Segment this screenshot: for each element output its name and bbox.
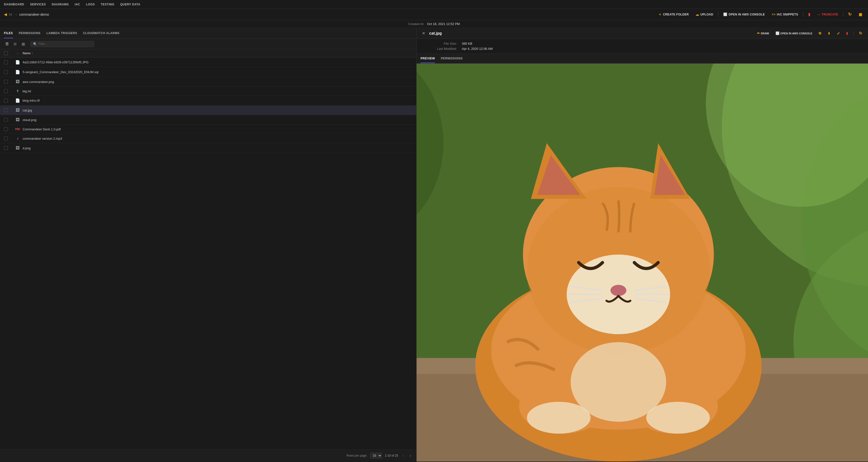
select-all-checkbox[interactable]: [4, 51, 13, 55]
list-icon: ▦: [859, 12, 862, 17]
table-header: ↑ Name ↑: [0, 49, 416, 57]
header-checkbox[interactable]: [4, 51, 8, 55]
open-aws-detail-button[interactable]: ⬜ OPEN IN AWS CONSOLE: [774, 30, 814, 36]
refresh-detail-icon: ↻: [859, 31, 862, 36]
last-modified-label: Last Modified:: [423, 47, 457, 51]
next-page-button[interactable]: ›: [408, 453, 412, 458]
file-size-label: File Size:: [423, 42, 457, 46]
share-icon: ⤢: [837, 31, 840, 35]
delete-detail-button[interactable]: ▮: [844, 30, 850, 36]
row-checkbox[interactable]: [4, 137, 8, 140]
create-folder-button[interactable]: ＋ CREATE FOLDER: [656, 11, 691, 18]
back-button[interactable]: ◀: [4, 12, 7, 17]
rows-per-page-select[interactable]: 10 5 25 50: [370, 453, 382, 459]
tab-permissions[interactable]: PERMISSIONS: [19, 28, 41, 38]
list-view-toggle[interactable]: ☰: [4, 41, 10, 47]
table-row[interactable]: 🖼 cat.jpg: [0, 106, 416, 115]
row-checkbox[interactable]: [4, 70, 8, 74]
created-at-bar: Created At: Oct 18, 2021 12:52 PM: [0, 20, 868, 28]
breadcrumb-bar: ◀ S3 → commandeer-demo ＋ CREATE FOLDER ☁…: [0, 9, 868, 20]
file-name: d.png: [23, 146, 412, 150]
table-row[interactable]: 🖼 d.png: [0, 143, 416, 153]
row-checkbox[interactable]: [4, 99, 8, 103]
file-name: 5-sergeant_Commandeer_Dev_03242020_ENUM.…: [23, 70, 412, 74]
file-type-icon: T: [13, 89, 23, 93]
tab-cloudwatch-alarms[interactable]: CLOUDWATCH ALARMS: [83, 28, 119, 38]
table-row[interactable]: 🖼 aws-commandeer.png: [0, 77, 416, 87]
tab-lambda-triggers[interactable]: LAMBDA TRIGGERS: [46, 28, 77, 38]
file-type-icon: 🖼: [13, 80, 23, 84]
table-row[interactable]: 🖼 cloud.png: [0, 115, 416, 125]
pagination: Rows per page: 10 5 25 50 1-10 of 25 ‹ ›: [0, 450, 416, 462]
grid-view-toggle[interactable]: ⊞: [12, 41, 18, 47]
file-size-value: 380 KB: [462, 42, 472, 46]
nav-logs[interactable]: LOGS: [86, 3, 95, 6]
row-checkbox[interactable]: [4, 127, 8, 131]
refresh-detail-button[interactable]: ↻: [857, 30, 864, 36]
truncate-dash-icon: —: [817, 13, 820, 16]
nav-services[interactable]: SERVICES: [30, 3, 46, 6]
truncate-button[interactable]: — TRUNCATE: [815, 12, 840, 17]
prev-page-button[interactable]: ‹: [401, 453, 405, 458]
tab-files[interactable]: FILES: [4, 28, 13, 38]
row-checkbox[interactable]: [4, 108, 8, 112]
left-tabs: FILES PERMISSIONS LAMBDA TRIGGERS CLOUDW…: [0, 28, 416, 39]
share-button[interactable]: ⤢: [835, 30, 842, 36]
delete-button[interactable]: ▮: [806, 11, 812, 18]
nav-iac[interactable]: IAC: [74, 3, 80, 6]
list-view-button[interactable]: ▦: [857, 11, 864, 18]
iac-icon: <>: [772, 12, 776, 16]
row-checkbox[interactable]: [4, 118, 8, 122]
file-size-row: File Size: 380 KB: [423, 42, 862, 46]
right-panel: ✕ cat.jpg ✏ DRAW ⬜ OPEN IN AWS CONSOLE ⧉…: [416, 28, 868, 462]
sort-icon-col[interactable]: ↑: [13, 52, 23, 55]
image-preview: [416, 64, 868, 462]
table-row[interactable]: 📄 4a2c16b9-5712-49de-b928-c0971135fef5.J…: [0, 57, 416, 67]
nav-testing[interactable]: TESTING: [101, 3, 115, 6]
nav-query-data[interactable]: QUERY DATA: [120, 3, 140, 6]
cat-image: [416, 64, 868, 462]
file-table: 📄 4a2c16b9-5712-49de-b928-c0971135fef5.J…: [0, 57, 416, 450]
detail-divider: [853, 31, 854, 36]
svg-point-29: [571, 342, 666, 422]
rows-per-page-label: Rows per page:: [346, 454, 367, 457]
top-nav: DASHBOARD SERVICES DIAGRAMS IAC LOGS TES…: [0, 0, 868, 9]
main-layout: FILES PERMISSIONS LAMBDA TRIGGERS CLOUDW…: [0, 28, 868, 462]
divider-2: [803, 12, 803, 17]
upload-button[interactable]: ☁ UPLOAD: [693, 11, 715, 18]
copy-button[interactable]: ⧉: [817, 30, 823, 36]
iac-snippets-button[interactable]: <> IAC SNIPPETS: [770, 11, 800, 17]
refresh-button[interactable]: ↻: [846, 11, 854, 18]
table-row[interactable]: 📄 blog-intro.rtf: [0, 96, 416, 106]
nav-dashboard[interactable]: DASHBOARD: [4, 3, 24, 6]
file-type-icon: 📄: [13, 70, 23, 75]
close-detail-button[interactable]: ✕: [421, 30, 427, 36]
file-name: 4a2c16b9-5712-49de-b928-c0971135fef5.JPG: [23, 60, 412, 64]
nav-diagrams[interactable]: DIAGRAMS: [52, 3, 69, 6]
aws-icon: ⬜: [723, 12, 727, 16]
file-type-icon: 📄: [13, 98, 23, 103]
card-view-toggle[interactable]: ▦: [20, 41, 27, 47]
table-row[interactable]: ♪ commandeer version 2.mp3: [0, 134, 416, 143]
s3-label: S3: [9, 13, 12, 16]
filter-input[interactable]: [38, 42, 92, 46]
table-row[interactable]: PDF Commandeer Deck 1.0.pdf: [0, 125, 416, 134]
row-checkbox[interactable]: [4, 60, 8, 64]
tab-permissions-detail[interactable]: PERMISSIONS: [441, 54, 463, 63]
row-checkbox[interactable]: [4, 80, 8, 84]
name-column-header[interactable]: Name ↑: [23, 52, 412, 55]
row-checkbox[interactable]: [4, 146, 8, 150]
search-icon: 🔍: [33, 42, 37, 46]
row-checkbox[interactable]: [4, 89, 8, 93]
table-row[interactable]: T big.txt: [0, 87, 416, 96]
open-aws-console-button[interactable]: ⬜ OPEN IN AWS CONSOLE: [721, 11, 767, 17]
tab-preview[interactable]: PREVIEW: [421, 54, 435, 63]
upload-icon: ☁: [695, 12, 699, 17]
draw-button[interactable]: ✏ DRAW: [755, 30, 771, 36]
breadcrumb-actions: ＋ CREATE FOLDER ☁ UPLOAD ⬜ OPEN IN AWS C…: [656, 11, 864, 18]
file-detail-header: ✕ cat.jpg ✏ DRAW ⬜ OPEN IN AWS CONSOLE ⧉…: [416, 28, 868, 39]
download-button[interactable]: ⬇: [826, 30, 832, 36]
left-panel: FILES PERMISSIONS LAMBDA TRIGGERS CLOUDW…: [0, 28, 416, 462]
file-type-icon: 🖼: [13, 146, 23, 150]
table-row[interactable]: 📄 5-sergeant_Commandeer_Dev_03242020_ENU…: [0, 67, 416, 77]
